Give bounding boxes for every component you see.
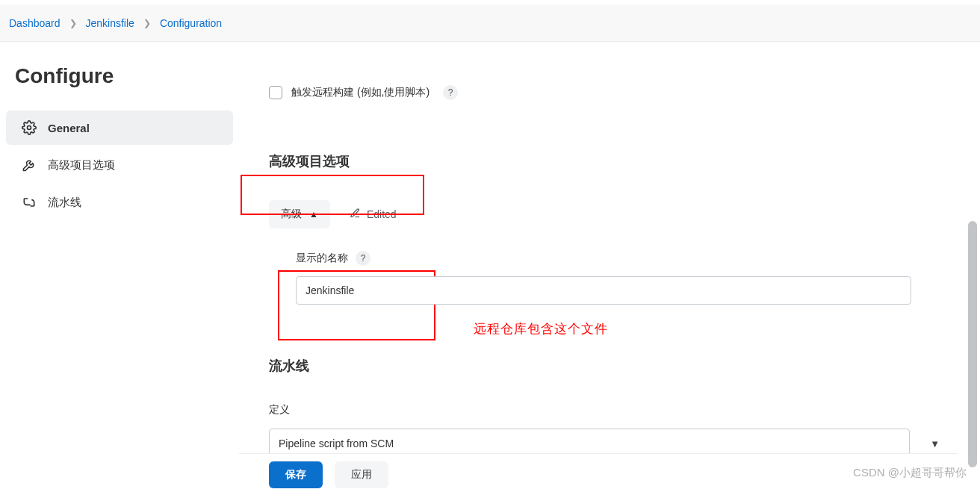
display-name-input[interactable] bbox=[296, 276, 911, 305]
breadcrumb-jenkinsfile[interactable]: Jenkinsfile bbox=[84, 14, 136, 32]
definition-label: 定义 bbox=[269, 403, 950, 417]
scrollbar-thumb[interactable] bbox=[968, 221, 977, 467]
remote-trigger-row[interactable]: 触发远程构建 (例如,使用脚本) ? bbox=[269, 85, 950, 100]
chevron-down-icon: ▼ bbox=[930, 438, 940, 449]
edited-label: Edited bbox=[367, 208, 397, 220]
advanced-toggle-button[interactable]: 高级 ▲ bbox=[269, 200, 330, 228]
sidebar-item-pipeline[interactable]: 流水线 bbox=[6, 185, 233, 220]
edited-indicator: Edited bbox=[350, 208, 397, 221]
chevron-up-icon: ▲ bbox=[309, 209, 318, 220]
page-title: Configure bbox=[0, 57, 239, 110]
pipeline-icon bbox=[21, 194, 37, 211]
button-label: 高级 bbox=[281, 208, 302, 221]
scrollbar-track[interactable] bbox=[968, 4, 979, 494]
sidebar-item-advanced[interactable]: 高级项目选项 bbox=[6, 148, 233, 182]
annotation-text: 远程仓库包含这个文件 bbox=[474, 320, 608, 337]
action-bar: 保存 应用 bbox=[239, 453, 958, 495]
breadcrumb-dashboard[interactable]: Dashboard bbox=[7, 14, 62, 32]
help-icon[interactable]: ? bbox=[443, 85, 458, 100]
breadcrumb-configuration[interactable]: Configuration bbox=[158, 14, 223, 32]
checkbox-label: 触发远程构建 (例如,使用脚本) bbox=[291, 86, 429, 99]
section-pipeline-title: 流水线 bbox=[269, 357, 950, 375]
section-advanced-title: 高级项目选项 bbox=[269, 142, 418, 181]
chevron-right-icon: ❯ bbox=[69, 18, 77, 28]
sidebar-item-label: 流水线 bbox=[48, 196, 81, 210]
sidebar-item-label: General bbox=[48, 122, 90, 134]
wrench-icon bbox=[21, 157, 37, 173]
chevron-right-icon: ❯ bbox=[143, 18, 151, 28]
breadcrumb: Dashboard ❯ Jenkinsfile ❯ Configuration bbox=[0, 4, 980, 42]
main-content: 触发远程构建 (例如,使用脚本) ? 高级项目选项 高级 ▲ Edited 远程… bbox=[239, 42, 980, 495]
display-name-label: 显示的名称 ? bbox=[296, 251, 370, 266]
save-button[interactable]: 保存 bbox=[269, 461, 323, 488]
help-icon[interactable]: ? bbox=[356, 251, 370, 266]
svg-point-0 bbox=[28, 126, 31, 130]
sidebar: Configure General 高级项目选项 流水线 bbox=[0, 42, 239, 495]
pencil-icon bbox=[350, 208, 361, 221]
select-value: Pipeline script from SCM bbox=[279, 438, 394, 449]
gear-icon bbox=[21, 119, 37, 136]
sidebar-item-general[interactable]: General bbox=[6, 110, 233, 145]
checkbox[interactable] bbox=[269, 86, 282, 99]
apply-button[interactable]: 应用 bbox=[335, 461, 388, 488]
sidebar-item-label: 高级项目选项 bbox=[48, 158, 115, 172]
